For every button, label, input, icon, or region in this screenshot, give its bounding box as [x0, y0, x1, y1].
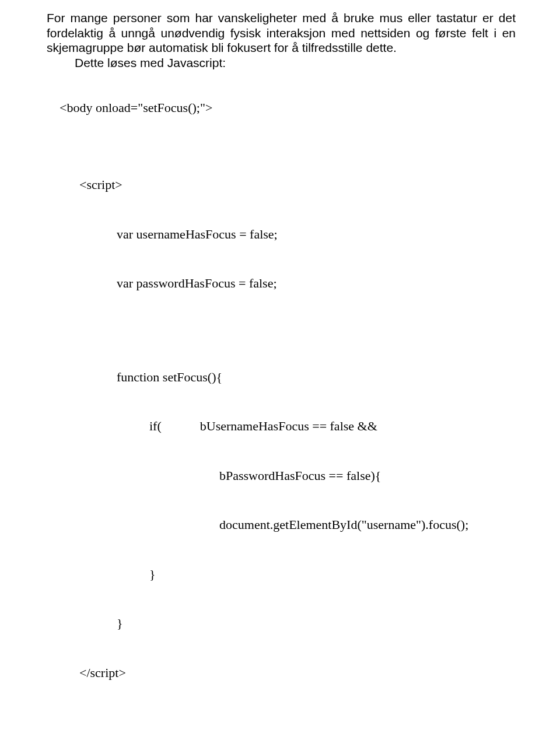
- code-if-keyword: if(: [149, 419, 162, 433]
- code-if-cond1: bUsernameHasFocus == false &&: [200, 419, 377, 433]
- code-line-if: if(bUsernameHasFocus == false &&: [149, 418, 516, 434]
- intro-paragraph-2: Dette løses med Javascript:: [47, 55, 516, 71]
- code-line-if-cont: bPasswordHasFocus == false){: [219, 468, 516, 484]
- code-line-close-func: }: [117, 615, 516, 632]
- code-line-script-open: <script>: [79, 177, 516, 193]
- code-line-var1: var usernameHasFocus = false;: [117, 226, 516, 243]
- code-line-close-if: }: [149, 566, 516, 583]
- intro-text-1: For mange personer som har vanskelighete…: [47, 11, 516, 54]
- code-line-var2: var passwordHasFocus = false;: [117, 275, 516, 292]
- code-line-func: function setFocus(){: [117, 369, 516, 385]
- code-line-script-close: </script>: [79, 665, 516, 681]
- code-line-body-open: <body onload="setFocus();">: [60, 100, 212, 115]
- intro-paragraph-1: For mange personer som har vanskelighete…: [47, 10, 516, 55]
- code-line-focus: document.getElementById("username").focu…: [219, 517, 516, 533]
- intro-text-2: Dette løses med Javascript:: [75, 56, 226, 69]
- code-block: <body onload="setFocus();"> <script> var…: [47, 83, 516, 754]
